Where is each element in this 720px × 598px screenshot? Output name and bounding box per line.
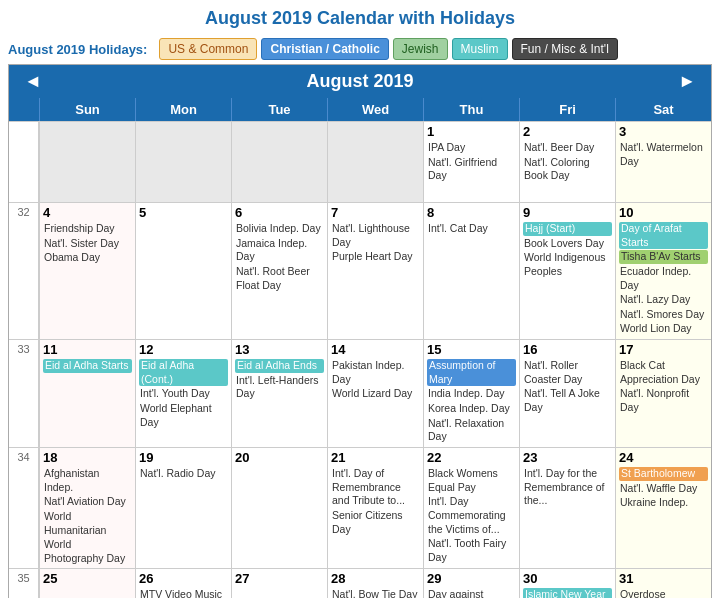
event-tell-joke-day: Nat'l. Tell A Joke Day <box>523 387 612 414</box>
event-root-beer-float: Nat'l. Root Beer Float Day <box>235 265 324 292</box>
event-youth-day: Int'l. Youth Day <box>139 387 228 401</box>
event-eid-al-adha-starts: Eid al Adha Starts <box>43 359 132 373</box>
event-afghanistan-indep: Afghanistan Indep. <box>43 467 132 494</box>
tab-christian[interactable]: Christian / Catholic <box>261 38 388 60</box>
cell-aug7: 7 Nat'l. Lighthouse Day Purple Heart Day <box>327 203 423 339</box>
header-thu: Thu <box>423 98 519 121</box>
week-row-33: 33 11 Eid al Adha Starts 12 Eid al Adha … <box>9 339 711 447</box>
event-senior-citizens-day: Senior Citizens Day <box>331 509 420 536</box>
event-lighthouse-day: Nat'l. Lighthouse Day <box>331 222 420 249</box>
date-aug23: 23 <box>523 450 612 465</box>
date-aug15: 15 <box>427 342 516 357</box>
cell-aug23: 23 Int'l. Day for the Remembrance of the… <box>519 448 615 568</box>
event-sister-day: Nat'l. Sister Day <box>43 237 132 251</box>
prev-month-button[interactable]: ◄ <box>14 71 52 92</box>
cell-aug3: 3 Nat'l. Watermelon Day <box>615 122 711 202</box>
cell-aug24: 24 St Bartholomew Nat'l. Waffle Day Ukra… <box>615 448 711 568</box>
event-world-lion-day: World Lion Day <box>619 322 708 336</box>
date-aug2: 2 <box>523 124 612 139</box>
event-day-of-arafat: Day of Arafat Starts <box>619 222 708 249</box>
header-sun: Sun <box>39 98 135 121</box>
event-overdose-awareness: Overdose Awareness Day <box>619 588 708 598</box>
cell-aug9: 9 Hajj (Start) Book Lovers Day World Ind… <box>519 203 615 339</box>
header-mon: Mon <box>135 98 231 121</box>
tab-fun[interactable]: Fun / Misc & Int'l <box>512 38 618 60</box>
event-roller-coaster-day: Nat'l. Roller Coaster Day <box>523 359 612 386</box>
calendar: ◄ August 2019 ► Sun Mon Tue Wed Thu Fri … <box>8 64 712 598</box>
event-book-lovers-day: Book Lovers Day <box>523 237 612 251</box>
tab-jewish[interactable]: Jewish <box>393 38 448 60</box>
event-islamic-new-year: Islamic New Year <box>523 588 612 598</box>
event-world-humanitarian: World Humanitarian <box>43 510 132 537</box>
cell-aug12: 12 Eid al Adha (Cont.) Int'l. Youth Day … <box>135 340 231 447</box>
cell-aug21: 21 Int'l. Day of Remembrance and Tribute… <box>327 448 423 568</box>
event-obama-day: Obama Day <box>43 251 132 265</box>
holidays-bar: August 2019 Holidays: US & Common Christ… <box>0 34 720 64</box>
cell-jul28 <box>39 122 135 202</box>
date-aug29: 29 <box>427 571 516 586</box>
event-cat-day: Int'l. Cat Day <box>427 222 516 236</box>
event-aviation-day: Nat'l Aviation Day <box>43 495 132 509</box>
holidays-label: August 2019 Holidays: <box>8 42 147 57</box>
header-fri: Fri <box>519 98 615 121</box>
week-number-31 <box>9 122 39 202</box>
tab-muslim[interactable]: Muslim <box>452 38 508 60</box>
cell-aug4: 4 Friendship Day Nat'l. Sister Day Obama… <box>39 203 135 339</box>
cell-aug1: 1 IPA Day Nat'l. Girlfriend Day <box>423 122 519 202</box>
date-aug8: 8 <box>427 205 516 220</box>
next-month-button[interactable]: ► <box>668 71 706 92</box>
event-eid-al-adha-ends: Eid al Adha Ends <box>235 359 324 373</box>
cell-aug28: 28 Nat'l. Bow Tie Day Nat'l. Power Range… <box>327 569 423 598</box>
date-aug5: 5 <box>139 205 228 220</box>
date-aug25: 25 <box>43 571 132 586</box>
cell-aug25: 25 <box>39 569 135 598</box>
event-relaxation-day: Nat'l. Relaxation Day <box>427 417 516 444</box>
event-ukraine-indep: Ukraine Indep. <box>619 496 708 510</box>
week-number-33: 33 <box>9 340 39 447</box>
cell-aug11: 11 Eid al Adha Starts <box>39 340 135 447</box>
date-aug9: 9 <box>523 205 612 220</box>
event-tooth-fairy-day: Nat'l. Tooth Fairy Day <box>427 537 516 564</box>
tab-us-common[interactable]: US & Common <box>159 38 257 60</box>
page-title: August 2019 Calendar with Holidays <box>0 0 720 34</box>
date-aug14: 14 <box>331 342 420 357</box>
date-aug6: 6 <box>235 205 324 220</box>
event-nuclear-tests-day: Day against Nuclear Tests <box>427 588 516 598</box>
cell-aug30: 30 Islamic New Year Int'l. Day of the Vi… <box>519 569 615 598</box>
date-aug26: 26 <box>139 571 228 586</box>
cell-aug19: 19 Nat'l. Radio Day <box>135 448 231 568</box>
cell-aug6: 6 Bolivia Indep. Day Jamaica Indep. Day … <box>231 203 327 339</box>
event-intl-day-remembrance: Int'l. Day for the Remembrance of the... <box>523 467 612 508</box>
event-korea-indep: Korea Indep. Day <box>427 402 516 416</box>
date-aug21: 21 <box>331 450 420 465</box>
event-black-cat-day: Black Cat Appreciation Day <box>619 359 708 386</box>
cell-aug16: 16 Nat'l. Roller Coaster Day Nat'l. Tell… <box>519 340 615 447</box>
event-world-lizard-day: World Lizard Day <box>331 387 420 401</box>
event-world-indigenous: World Indigenous Peoples <box>523 251 612 278</box>
calendar-month-title: August 2019 <box>306 71 413 92</box>
week-row-31: 1 IPA Day Nat'l. Girlfriend Day 2 Nat'l.… <box>9 121 711 202</box>
event-ecuador-indep: Ecuador Indep. Day <box>619 265 708 292</box>
event-friendship-day: Friendship Day <box>43 222 132 236</box>
cell-aug31: 31 Overdose Awareness Day Trinidad & Tob… <box>615 569 711 598</box>
date-aug22: 22 <box>427 450 516 465</box>
week-number-32: 32 <box>9 203 39 339</box>
week-number-34: 34 <box>9 448 39 568</box>
event-mtv-video-music: MTV Video Music Awards <box>139 588 228 598</box>
event-smores-day: Nat'l. Smores Day <box>619 308 708 322</box>
date-aug11: 11 <box>43 342 132 357</box>
date-aug31: 31 <box>619 571 708 586</box>
header-wed: Wed <box>327 98 423 121</box>
date-aug16: 16 <box>523 342 612 357</box>
event-left-handers-day: Int'l. Left-Handers Day <box>235 374 324 401</box>
date-aug20: 20 <box>235 450 324 465</box>
date-aug18: 18 <box>43 450 132 465</box>
event-black-womens-equal-pay: Black Womens Equal Pay <box>427 467 516 494</box>
date-aug13: 13 <box>235 342 324 357</box>
date-aug4: 4 <box>43 205 132 220</box>
cell-aug8: 8 Int'l. Cat Day <box>423 203 519 339</box>
event-watermelon-day: Nat'l. Watermelon Day <box>619 141 708 168</box>
event-tisha-bav: Tisha B'Av Starts <box>619 250 708 264</box>
date-aug28: 28 <box>331 571 420 586</box>
event-intl-day-commemorating: Int'l. Day Commemorating the Victims of.… <box>427 495 516 536</box>
